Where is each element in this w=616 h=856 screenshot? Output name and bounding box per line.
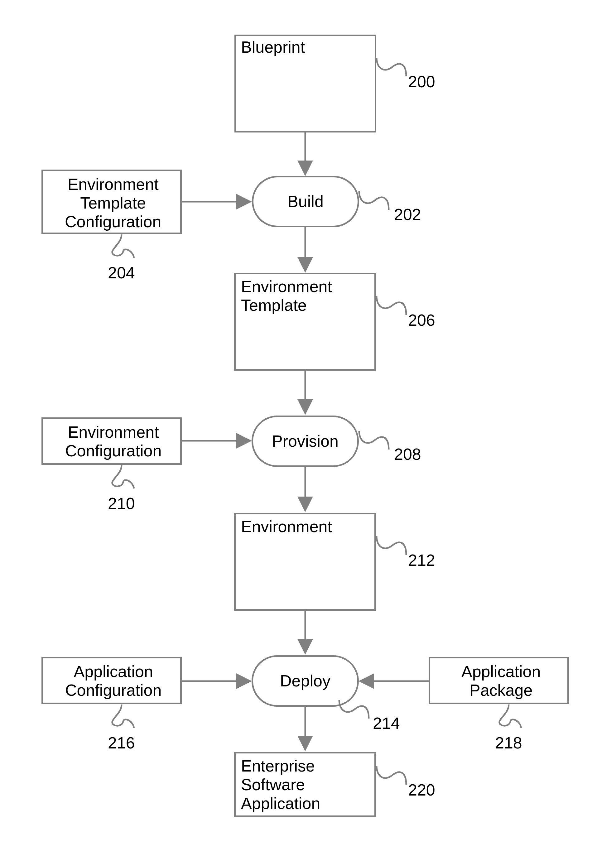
pill-provision: Provision — [252, 416, 359, 467]
ref-env-config: 210 — [108, 494, 135, 513]
squiggle-build — [357, 189, 392, 217]
label-app-package: Application Package — [461, 662, 541, 700]
ref-env-template-config: 204 — [108, 263, 135, 282]
squiggle-env-template-config — [105, 233, 139, 261]
squiggle-environment — [375, 534, 409, 563]
label-env-template: Environment Template — [241, 277, 332, 315]
ref-enterprise-app: 220 — [408, 781, 435, 799]
ref-app-config: 216 — [108, 733, 135, 752]
label-deploy: Deploy — [280, 672, 330, 690]
label-app-config: Application Configuration — [65, 662, 162, 700]
ref-app-package: 218 — [495, 733, 522, 752]
ref-provision: 208 — [394, 445, 421, 463]
ref-environment: 212 — [408, 551, 435, 570]
squiggle-blueprint — [375, 56, 409, 84]
squiggle-provision — [357, 429, 392, 457]
pill-build: Build — [252, 176, 359, 227]
squiggle-app-package — [491, 703, 526, 731]
label-enterprise-app: Enterprise Software Application — [241, 757, 320, 813]
squiggle-env-config — [105, 463, 139, 491]
ref-env-template: 206 — [408, 311, 435, 329]
ref-build: 202 — [394, 205, 421, 224]
label-environment: Environment — [241, 517, 332, 536]
label-env-template-config: Environment Template Configuration — [65, 175, 161, 231]
label-blueprint: Blueprint — [241, 38, 305, 57]
label-env-config: Environment Configuration — [65, 423, 162, 460]
ref-deploy: 214 — [373, 714, 400, 733]
label-build: Build — [287, 192, 323, 211]
label-provision: Provision — [272, 432, 339, 451]
squiggle-deploy — [337, 698, 372, 726]
squiggle-enterprise-app — [375, 764, 409, 793]
squiggle-app-config — [105, 703, 139, 731]
squiggle-env-template — [375, 295, 409, 323]
ref-blueprint: 200 — [408, 72, 435, 91]
